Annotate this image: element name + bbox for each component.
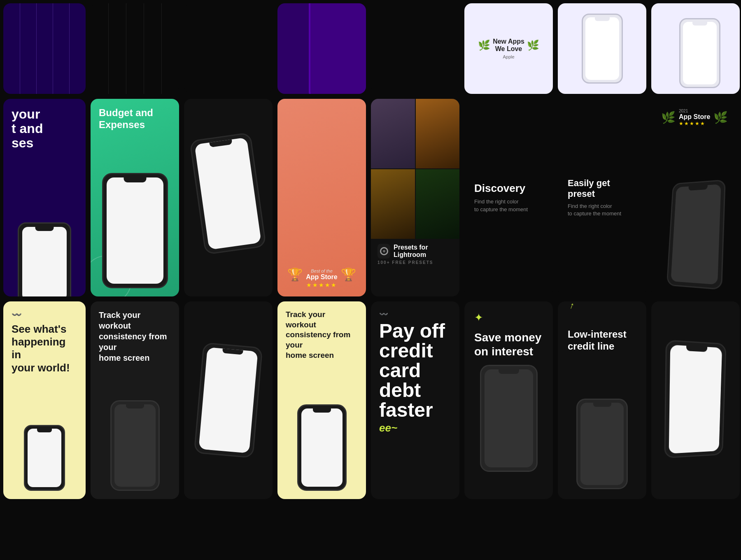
r2-c3-dark-phone (184, 99, 273, 296)
save-phone-area (474, 365, 543, 472)
r1-c6-badge: 🌿 New Apps We Love 🌿 Apple (464, 3, 553, 94)
r3-c1-top: 〰️ See what'shappening inyour world! (12, 310, 77, 374)
r2-c1-purple: your t and ses (3, 99, 86, 296)
presets-app-name: Presets for Lightroom (394, 244, 453, 259)
budget-phone-area (99, 173, 171, 288)
r3-c3-phone-frame (194, 342, 263, 458)
world-phone-screen (28, 429, 61, 487)
preset-sub: Find the right colorto capture the momen… (568, 203, 636, 217)
portrait-bg (371, 99, 415, 168)
track-yellow-title: Track your workoutconsistency from yourh… (286, 310, 358, 360)
r2-c7-preset: Easily get preset Find the right colorto… (558, 99, 646, 296)
r2-c1-phone-notch (35, 227, 54, 231)
vert-line-6 (126, 3, 126, 94)
best-line1: Best of the (306, 268, 337, 273)
vert-line-5 (108, 3, 109, 94)
save-phone-screen (485, 369, 533, 467)
r3-c8-phone-tilt (664, 340, 726, 458)
vert-line-4 (69, 3, 70, 94)
r2-c8-phone (666, 180, 725, 290)
r1-phone-notch (595, 17, 610, 21)
r3-c7-phone-screen (580, 403, 624, 485)
wavy-icon-payoff: 〰️ (379, 310, 451, 319)
r3-c8-phone-screen (669, 345, 722, 453)
r3-c2-track: Track your workoutconsistency from yourh… (91, 301, 179, 499)
arch-bg (371, 169, 415, 239)
badge-sub: Apple (503, 54, 514, 59)
best-badge-row: 🏆 Best of the App Store 🏆 (287, 267, 356, 282)
r1-c3-dark (184, 3, 273, 94)
vert-line-1 (20, 3, 20, 94)
landscape-bg (416, 99, 460, 168)
vert-line-3 (53, 3, 53, 94)
appstore-laurel-right: 🌿 (713, 111, 728, 124)
badge-line1: New Apps (493, 38, 524, 45)
r3-c4-phone-notch (313, 408, 331, 413)
r3-c8-phone-frame (664, 340, 726, 458)
r2-c3-phone-frame (189, 132, 266, 255)
best-badge-text: Best of the App Store (306, 268, 337, 281)
payoff-title: Pay offcreditcard debtfaster (379, 321, 451, 420)
r2-c1-phone (18, 222, 71, 296)
presets-icon (377, 244, 390, 259)
r2-c6-discovery: Discovery Find the right colorto capture… (464, 99, 553, 296)
r3-c5-payoff: 〰️ Pay offcreditcard debtfaster ee~ (371, 301, 459, 499)
person-bg (416, 169, 460, 239)
appstore-badge: 🌿 2021 App Store ★★★★★ 🌿 (661, 109, 730, 126)
appstore-badge-text: 2021 App Store ★★★★★ (679, 109, 710, 126)
save-phone (480, 365, 538, 472)
best-of-badge: 🏆 Best of the App Store 🏆 ★★★★★ (287, 267, 356, 288)
r1-phone-notch-2 (692, 22, 707, 26)
purple-phone-frame (309, 3, 366, 94)
best-line2: App Store (306, 273, 337, 281)
track-dark-title: Track your workoutconsistency from yourh… (99, 310, 171, 363)
world-phone-notch (37, 429, 52, 432)
r3-c4-phone-screen (301, 408, 343, 487)
r3-c8-dark (651, 301, 740, 499)
laurel-left-icon: 🌿 (478, 40, 490, 51)
r1-c8-phone-light (651, 3, 740, 94)
budget-text-wrap: Budget and Expenses (99, 107, 171, 131)
photo-person (416, 169, 460, 239)
partial-line3: ses (12, 135, 33, 150)
r3-c4-yellow-track: Track your workoutconsistency from yourh… (277, 301, 366, 499)
appstore-laurel-left: 🌿 (661, 111, 676, 124)
preset-title: Easily get preset (568, 178, 636, 199)
wavy-icon-world: 〰️ (12, 310, 77, 320)
r3-c2-phone-notch (126, 404, 144, 408)
r1-phone-screen-2 (683, 22, 717, 84)
badge-title-group: New Apps We Love (493, 38, 524, 53)
r3-c3-phone-screen (198, 347, 258, 453)
photo-grid (371, 99, 459, 239)
low-interest-title: Low-interest credit line (568, 329, 636, 352)
r2-c5-presets: Presets for Lightroom 100+ FREE PRESETS (371, 99, 459, 296)
see-title: See what'shappening inyour world! (12, 323, 77, 374)
world-phone (24, 425, 65, 491)
iris-icon (380, 247, 388, 255)
appstore-year: 2021 (679, 109, 710, 113)
r3-c2-phone (110, 400, 160, 491)
partial-line2: t and (12, 121, 43, 136)
vert-line-8 (161, 3, 162, 94)
save-phone-notch (499, 369, 519, 374)
budget-phone-screen (107, 177, 163, 284)
budget-phone (102, 173, 168, 288)
r1-phone-frame (582, 14, 623, 84)
appstore-name: App Store (679, 113, 710, 121)
photo-architecture (371, 169, 415, 239)
r1-phone-area-2 (651, 3, 740, 94)
vert-line-7 (144, 3, 144, 94)
presets-info: Presets for Lightroom 100+ FREE PRESETS (371, 239, 459, 270)
r3-c1-yellow: 〰️ See what'shappening inyour world! (3, 301, 86, 499)
r1-purple-phone (309, 3, 366, 94)
best-laurel-left: 🏆 (287, 267, 303, 282)
appstore-badge-inner: 🌿 2021 App Store ★★★★★ 🌿 (661, 109, 728, 126)
r2-c1-header: your t and ses (3, 99, 86, 151)
save-title: Save money on interest (474, 331, 543, 358)
laurel-right-icon: 🌿 (527, 40, 539, 51)
r3-c7-phone (576, 399, 628, 489)
budget-title: Budget and Expenses (99, 107, 171, 131)
presets-sub: 100+ FREE PRESETS (377, 260, 453, 265)
discovery-title: Discovery (474, 182, 543, 195)
r3-c4-phone-area (286, 404, 358, 491)
